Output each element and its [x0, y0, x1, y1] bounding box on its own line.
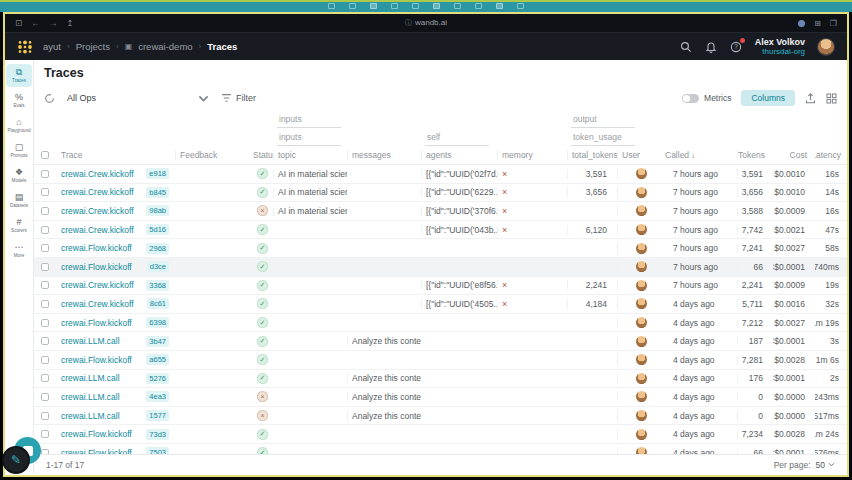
trace-link[interactable]: crewai.LLM.call: [61, 392, 120, 402]
wandb-logo[interactable]: [17, 40, 33, 54]
trace-link[interactable]: crewai.Flow.kickoff: [61, 262, 132, 272]
toolbar-icon[interactable]: [475, 3, 482, 9]
browser-tab[interactable]: ⓘwandb.ai: [5, 18, 847, 28]
metrics-toggle[interactable]: [682, 94, 699, 103]
toolbar-icon[interactable]: [496, 3, 503, 9]
sidebar-item-more[interactable]: ⋯More: [6, 239, 32, 262]
trace-link[interactable]: crewai.LLM.call: [61, 336, 120, 346]
help-icon[interactable]: ?: [730, 40, 743, 53]
breadcrumb-projects[interactable]: Projects: [76, 41, 110, 52]
trace-link[interactable]: crewai.Crew.kickoff: [61, 299, 134, 309]
col-latency[interactable]: Latency: [815, 150, 847, 160]
row-checkbox[interactable]: [41, 374, 49, 382]
row-checkbox[interactable]: [41, 170, 49, 178]
toolbar-icon[interactable]: [517, 3, 524, 9]
row-checkbox[interactable]: [41, 244, 49, 252]
row-checkbox[interactable]: [41, 263, 49, 271]
col-user[interactable]: User: [617, 150, 661, 160]
sidebar-item-datasets[interactable]: ▤Datasets: [6, 189, 32, 212]
sidebar-item-evals[interactable]: %Evals: [6, 89, 32, 112]
toolbar-icon[interactable]: [349, 3, 356, 9]
trace-link[interactable]: crewai.LLM.call: [61, 411, 120, 421]
user-org-link[interactable]: thursdai-org: [755, 47, 805, 56]
trace-link[interactable]: crewai.Flow.kickoff: [61, 355, 132, 365]
trace-link[interactable]: crewai.Flow.kickoff: [61, 318, 132, 328]
table-row[interactable]: crewai.Crew.kickoffe918✓AI in material s…: [34, 165, 847, 184]
toolbar-icon[interactable]: [391, 3, 398, 9]
trace-link[interactable]: crewai.Crew.kickoff: [61, 225, 134, 235]
col-topic[interactable]: topic: [273, 150, 347, 160]
table-row[interactable]: crewai.Crew.kickoff5d16✓[{"id":"UUID('04…: [34, 221, 847, 240]
search-icon[interactable]: [680, 40, 693, 53]
status-success-icon: ✓: [257, 317, 268, 328]
col-total-tokens[interactable]: total_tokens: [567, 150, 617, 160]
table-row[interactable]: crewai.LLM.call4ea3×Analyze this conten.…: [34, 388, 847, 407]
trace-link[interactable]: crewai.Crew.kickoff: [61, 206, 134, 216]
col-tokens[interactable]: Tokens: [737, 150, 773, 160]
trace-link[interactable]: crewai.Crew.kickoff: [61, 187, 134, 197]
col-cost[interactable]: Cost: [773, 150, 815, 160]
select-all-checkbox[interactable]: [41, 151, 49, 159]
per-page-select[interactable]: 50: [816, 460, 835, 470]
row-checkbox[interactable]: [41, 393, 49, 401]
breadcrumb-entity[interactable]: ayut: [43, 41, 61, 52]
row-checkbox[interactable]: [41, 188, 49, 196]
col-called[interactable]: Called↓: [661, 150, 737, 160]
row-checkbox[interactable]: [41, 207, 49, 215]
row-checkbox[interactable]: [41, 300, 49, 308]
table-row[interactable]: crewai.LLM.call5276✓Analyze this conten.…: [34, 370, 847, 389]
row-checkbox[interactable]: [41, 337, 49, 345]
toolbar-icon[interactable]: [412, 3, 419, 9]
table-row[interactable]: crewai.Crew.kickoff8c61✓[{"id":"UUID('45…: [34, 295, 847, 314]
filter-button[interactable]: Filter: [221, 93, 256, 104]
trace-link[interactable]: crewai.Flow.kickoff: [61, 429, 132, 439]
col-messages[interactable]: messages: [347, 150, 421, 160]
group-token-usage: token_usage: [567, 132, 617, 146]
user-menu[interactable]: Alex Volkov thursdai-org: [755, 37, 805, 57]
export-icon[interactable]: [805, 93, 816, 104]
sidebar-item-models[interactable]: ❖Models: [6, 164, 32, 187]
table-row[interactable]: crewai.Flow.kickoffa655✓4 days ago7,281$…: [34, 351, 847, 370]
user-cell: [617, 205, 661, 216]
table-row[interactable]: crewai.Crew.kickoff3368✓[{"id":"UUID('e8…: [34, 277, 847, 296]
sidebar-item-prompts[interactable]: ▢Prompts: [6, 139, 32, 162]
trace-link[interactable]: crewai.LLM.call: [61, 373, 120, 383]
row-checkbox[interactable]: [41, 412, 49, 420]
col-memory[interactable]: memory: [497, 150, 567, 160]
table-row[interactable]: crewai.Flow.kickoff2968✓7 hours ago7,241…: [34, 239, 847, 258]
row-checkbox[interactable]: [41, 226, 49, 234]
ops-selector[interactable]: All Ops: [63, 91, 213, 106]
breadcrumb-project[interactable]: crewai-demo: [138, 41, 192, 52]
col-agents[interactable]: agents: [421, 150, 497, 160]
toolbar-icon[interactable]: [328, 3, 335, 9]
trace-link[interactable]: crewai.Crew.kickoff: [61, 169, 134, 179]
refresh-icon[interactable]: [44, 93, 55, 104]
row-checkbox[interactable]: [41, 281, 49, 289]
row-checkbox[interactable]: [41, 356, 49, 364]
pencil-icon[interactable]: ✎: [2, 446, 30, 474]
table-row[interactable]: crewai.Crew.kickoffb845✓AI in material s…: [34, 184, 847, 203]
table-row[interactable]: crewai.Flow.kickoffd3ce✓7 hours ago66<$0…: [34, 258, 847, 277]
col-feedback[interactable]: Feedback: [175, 150, 249, 160]
table-row[interactable]: crewai.LLM.call1577×Analyze this conten.…: [34, 407, 847, 426]
notifications-bell-icon[interactable]: [705, 40, 718, 53]
row-checkbox[interactable]: [41, 319, 49, 327]
avatar[interactable]: [817, 38, 835, 56]
settings-grid-icon[interactable]: [826, 93, 837, 104]
trace-cell: crewai.LLM.call3b47: [57, 336, 175, 347]
toolbar-icon[interactable]: [370, 3, 377, 9]
table-row[interactable]: crewai.LLM.call3b47✓Analyze this conten.…: [34, 332, 847, 351]
col-trace[interactable]: Trace: [57, 150, 175, 160]
trace-link[interactable]: crewai.Flow.kickoff: [61, 243, 132, 253]
table-row[interactable]: crewai.Crew.kickoff98ab×AI in material s…: [34, 202, 847, 221]
col-status[interactable]: Status: [249, 150, 273, 160]
table-row[interactable]: crewai.Flow.kickoff73d3✓4 days ago7,234$…: [34, 425, 847, 444]
toolbar-icon[interactable]: [433, 3, 440, 9]
sidebar-item-playground[interactable]: ⌂Playground: [6, 114, 32, 137]
trace-link[interactable]: crewai.Crew.kickoff: [61, 280, 134, 290]
table-row[interactable]: crewai.Flow.kickoff6398✓4 days ago7,212$…: [34, 314, 847, 333]
sidebar-item-scorers[interactable]: #Scorers: [6, 214, 32, 237]
columns-button[interactable]: Columns: [741, 90, 795, 106]
sidebar-item-traces[interactable]: ⧉Traces: [6, 64, 32, 87]
toolbar-icon[interactable]: [454, 3, 461, 9]
